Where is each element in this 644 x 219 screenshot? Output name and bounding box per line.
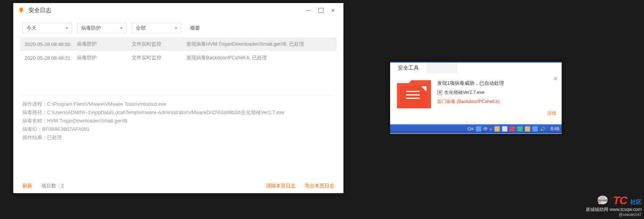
tray-icon[interactable]: [517, 126, 523, 132]
detail-virus-id: 病毒ID：BF0B9E3B07AFA091: [22, 125, 334, 133]
popup-title: 发现1项病毒威胁，已自动处理: [437, 79, 504, 87]
tray-icon[interactable]: [525, 126, 530, 132]
ime-indicator[interactable]: 中: [483, 126, 488, 132]
titlebar: 安全日志: [13, 3, 343, 17]
log-table: 2020-05-28 08:48:50 病毒防护 文件实时监控 发现病毒HVM:…: [13, 37, 343, 65]
tab-inactive[interactable]: [427, 63, 457, 73]
minimize-button[interactable]: [302, 4, 315, 16]
popup-tabs: 安全工具: [390, 63, 562, 73]
detail-result: 操作结果：已处理: [22, 133, 334, 142]
popup-file: ▦ 生化领袖Ver2.7.exe: [437, 89, 504, 96]
date-filter-dropdown[interactable]: 今天: [22, 23, 72, 33]
item-count: 项目数：2: [41, 182, 64, 189]
watermark: TC 社区 屠城辅助网 www.tcsqw.com @xiaolei147: [586, 192, 642, 217]
security-log-window: 安全日志 今天 病毒防护 全部 概要 2020-05-28 08:48:50 病…: [13, 3, 343, 193]
tray-icon[interactable]: [510, 126, 515, 132]
watermark-url: 屠城辅助网 www.tcsqw.com: [586, 207, 642, 212]
taskbar: CH 中 » 🔊 8:48: [390, 124, 562, 133]
scope-filter-dropdown[interactable]: 全部: [132, 23, 181, 33]
clear-log-button[interactable]: 清除本页日志: [266, 182, 296, 189]
detail-process: 操作进程：C:\Program Files\VMware\VMware Tool…: [22, 100, 334, 108]
footer-bar: 刷新 项目数：2 清除本页日志 导出本页日志: [22, 182, 334, 189]
export-log-button[interactable]: 导出本页日志: [305, 182, 334, 189]
cell-type: 病毒防护: [77, 41, 132, 48]
folder-threat-icon: [397, 77, 430, 111]
summary-column-header: 概要: [186, 23, 334, 33]
cell-method: 文件实时监控: [132, 54, 186, 61]
tab-security-tools[interactable]: 安全工具: [390, 63, 427, 73]
watermark-cn: 社区: [630, 199, 642, 205]
system-tray: CH 中 » 🔊 8:48: [468, 126, 559, 132]
tray-icon[interactable]: [502, 126, 507, 132]
cell-summary: 发现病毒Backdoor/PCshell.b, 已处理: [186, 54, 334, 61]
cell-type: 病毒防护: [77, 54, 132, 61]
popup-threat-name: 后门病毒 (Backdoor/PCshell.b): [437, 98, 504, 105]
watermark-logo-text: TC: [613, 194, 627, 206]
app-logo-icon: [18, 7, 25, 14]
cell-time: 2020-05-28 08:48:21: [22, 55, 77, 61]
cell-summary: 发现病毒HVM:TrojanDownloader/Small.gen!B, 已处…: [186, 41, 334, 48]
popup-close-icon[interactable]: ✕: [553, 76, 558, 82]
volume-icon[interactable]: 🔊: [540, 127, 545, 132]
tray-icon[interactable]: [494, 126, 500, 132]
log-row[interactable]: 2020-05-28 08:48:21 病毒防护 文件实时监控 发现病毒Back…: [20, 51, 337, 65]
filter-bar: 今天 病毒防护 全部 概要: [13, 17, 343, 37]
popup-details-link[interactable]: 详情: [547, 110, 556, 117]
tray-icon[interactable]: [532, 126, 538, 132]
cell-method: 文件实时监控: [132, 41, 186, 48]
watermark-author: @xiaolei147: [586, 212, 642, 217]
type-filter-dropdown[interactable]: 病毒防护: [77, 23, 126, 33]
svg-point-3: [598, 201, 601, 204]
lang-indicator[interactable]: CH: [468, 127, 474, 131]
log-row[interactable]: 2020-05-28 08:48:50 病毒防护 文件实时监控 发现病毒HVM:…: [20, 37, 337, 51]
tray-icon[interactable]: [476, 126, 481, 132]
helmet-icon: [595, 192, 611, 206]
close-button[interactable]: [327, 4, 339, 16]
detail-path: 病毒路径：C:\Users\ADMINI~1\AppData\Local\Tem…: [22, 108, 334, 117]
refresh-button[interactable]: 刷新: [22, 182, 32, 189]
threat-notification-popup: 安全工具 ✕ 发现1项病毒威胁，已自动处理 ▦ 生化领袖Ver2.7.exe 后…: [390, 62, 562, 134]
clock[interactable]: 8:48: [551, 126, 559, 132]
detail-virus-name: 病毒名称：HVM:TrojanDownloader/Small.gen!B: [22, 117, 334, 125]
exe-icon: ▦: [437, 90, 442, 95]
cell-time: 2020-05-28 08:48:50: [22, 41, 77, 47]
maximize-button[interactable]: [315, 4, 327, 16]
window-title: 安全日志: [28, 7, 51, 14]
svg-rect-2: [600, 196, 605, 200]
detail-panel: 操作进程：C:\Program Files\VMware\VMware Tool…: [22, 95, 334, 142]
